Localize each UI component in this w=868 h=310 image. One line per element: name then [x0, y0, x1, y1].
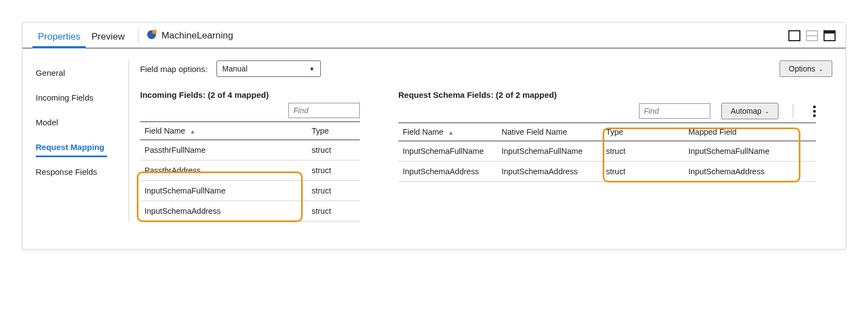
- chevron-down-icon: ▼: [309, 66, 315, 72]
- col-type[interactable]: Type: [307, 122, 360, 140]
- properties-sidebar: General Incoming Fields Model Request Ma…: [36, 60, 129, 222]
- incoming-fields-table: Field Name ▲ Type PassthrFullName struct: [140, 121, 360, 222]
- request-schema-find-input[interactable]: [639, 103, 710, 119]
- field-map-options-select[interactable]: Manual ▼: [216, 60, 321, 77]
- cell-native-name: InputSchemaAddress: [497, 162, 602, 182]
- col-field-name-label: Field Name: [144, 126, 185, 135]
- chevron-down-icon: ⌄: [819, 66, 823, 72]
- tab-properties[interactable]: Properties: [32, 28, 86, 48]
- cell-field-name: PassthrAddress: [140, 160, 307, 181]
- sort-asc-icon: ▲: [448, 129, 454, 136]
- request-schema-table: Field Name ▲ Native Field Name Type Mapp…: [398, 123, 816, 182]
- cell-mapped-field: InputSchemaFullName: [684, 141, 816, 162]
- table-row[interactable]: InputSchemaFullName InputSchemaFullName …: [398, 141, 816, 162]
- cell-type: struct: [307, 140, 360, 160]
- cell-field-name: PassthrFullName: [140, 140, 307, 160]
- incoming-fields-controls: [140, 103, 360, 118]
- sidebar-item-general[interactable]: General: [36, 60, 123, 85]
- machine-learning-icon: [146, 29, 157, 42]
- table-row[interactable]: PassthrAddress struct: [140, 160, 360, 181]
- panel-topbar: Properties Preview MachineLearning: [23, 23, 845, 48]
- cell-type: struct: [602, 141, 684, 162]
- separator: [793, 104, 793, 118]
- table-row[interactable]: PassthrFullName struct: [140, 140, 360, 160]
- cell-field-name: InputSchemaFullName: [398, 141, 497, 162]
- incoming-fields-title: Incoming Fields: (2 of 4 mapped): [140, 90, 360, 99]
- separator: [138, 29, 138, 43]
- request-schema-title: Request Schema Fields: (2 of 2 mapped): [398, 90, 816, 99]
- sort-asc-icon: ▲: [190, 128, 196, 135]
- cell-type: struct: [307, 181, 360, 201]
- transformation-name: MachineLearning: [162, 30, 233, 41]
- request-schema-controls: Automap ⌄: [398, 103, 816, 119]
- field-map-options-value: Manual: [222, 64, 248, 73]
- more-menu-icon[interactable]: [813, 106, 816, 117]
- panel-body: General Incoming Fields Model Request Ma…: [23, 48, 845, 249]
- view-switcher: [788, 30, 836, 46]
- automap-button[interactable]: Automap ⌄: [721, 103, 778, 119]
- layout-titlebar-icon[interactable]: [824, 30, 836, 41]
- table-row[interactable]: InputSchemaAddress InputSchemaAddress st…: [398, 162, 816, 182]
- table-row[interactable]: InputSchemaAddress struct: [140, 201, 360, 222]
- request-mapping-content: Field map options: Manual ▼ Options ⌄ In…: [129, 60, 832, 222]
- layout-single-icon[interactable]: [788, 30, 800, 41]
- sidebar-item-response-fields[interactable]: Response Fields: [36, 159, 123, 184]
- cell-type: struct: [307, 201, 360, 222]
- field-map-options-row: Field map options: Manual ▼ Options ⌄: [140, 60, 832, 77]
- col-field-name[interactable]: Field Name ▲: [140, 122, 307, 140]
- incoming-fields-grid: Incoming Fields: (2 of 4 mapped) Field N…: [140, 90, 360, 222]
- col-type[interactable]: Type: [602, 123, 684, 141]
- col-mapped-field[interactable]: Mapped Field: [684, 123, 816, 141]
- cell-field-name: InputSchemaAddress: [140, 201, 307, 222]
- col-field-name-label: Field Name: [403, 128, 443, 136]
- request-schema-grid: Request Schema Fields: (2 of 2 mapped) A…: [398, 90, 816, 182]
- options-button[interactable]: Options ⌄: [780, 60, 832, 77]
- col-native-name[interactable]: Native Field Name: [497, 123, 602, 141]
- incoming-fields-find-input[interactable]: [288, 103, 360, 118]
- svg-point-1: [152, 30, 157, 34]
- properties-panel: Properties Preview MachineLearning Gener…: [22, 22, 846, 250]
- sidebar-item-incoming-fields[interactable]: Incoming Fields: [36, 85, 123, 110]
- sidebar-item-model[interactable]: Model: [36, 110, 123, 135]
- cell-field-name: InputSchemaAddress: [398, 162, 497, 182]
- col-field-name[interactable]: Field Name ▲: [398, 123, 497, 141]
- automap-button-label: Automap: [731, 107, 761, 115]
- cell-type: struct: [602, 162, 684, 182]
- options-button-label: Options: [789, 64, 815, 73]
- cell-native-name: InputSchemaFullName: [497, 141, 602, 162]
- sidebar-item-request-mapping[interactable]: Request Mapping: [36, 135, 123, 159]
- field-map-options-label: Field map options:: [140, 64, 208, 74]
- table-row[interactable]: InputSchemaFullName struct: [140, 181, 360, 201]
- layout-split-h-icon[interactable]: [806, 30, 818, 41]
- transformation-title: MachineLearning: [146, 29, 233, 47]
- mapping-grids: Incoming Fields: (2 of 4 mapped) Field N…: [140, 90, 832, 222]
- tab-preview[interactable]: Preview: [86, 28, 130, 48]
- cell-mapped-field: InputSchemaAddress: [684, 162, 816, 182]
- cell-type: struct: [307, 160, 360, 181]
- chevron-down-icon: ⌄: [765, 108, 769, 114]
- cell-field-name: InputSchemaFullName: [140, 181, 307, 201]
